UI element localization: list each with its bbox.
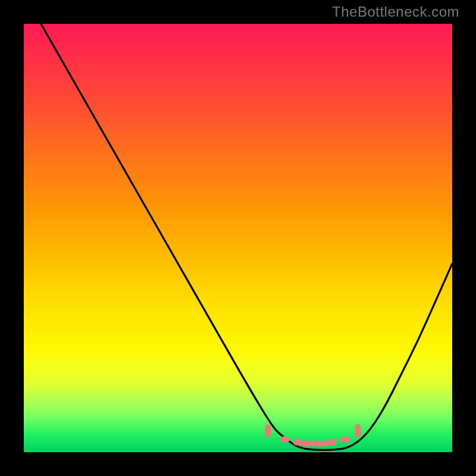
curve-marker <box>280 436 290 442</box>
curve-marker <box>293 439 303 445</box>
curve-marker <box>265 424 271 437</box>
curve-marker <box>340 436 350 442</box>
curve-marker <box>302 441 311 447</box>
curve-marker <box>311 441 320 447</box>
curve-svg <box>24 24 452 452</box>
markers-group <box>265 424 361 447</box>
curve-marker <box>327 439 337 445</box>
plot-area <box>24 24 452 452</box>
chart-container: TheBottleneck.com <box>0 0 476 476</box>
attribution-text: TheBottleneck.com <box>332 4 459 20</box>
bottleneck-curve <box>41 24 452 450</box>
curve-marker <box>355 424 361 437</box>
curve-marker <box>319 441 328 447</box>
